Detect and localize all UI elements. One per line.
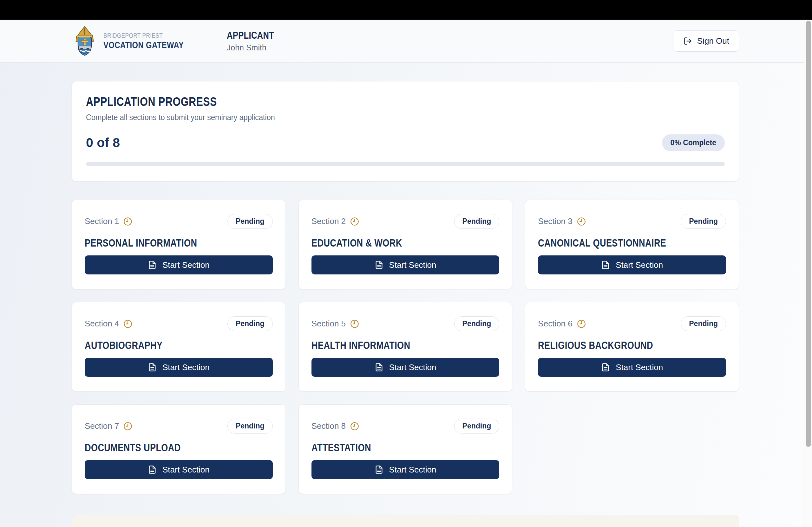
status-badge: Pending xyxy=(454,316,499,331)
start-section-button[interactable]: Start Section xyxy=(538,358,726,377)
start-section-button[interactable]: Start Section xyxy=(311,255,499,274)
user-name: John Smith xyxy=(227,43,285,52)
file-text-icon xyxy=(375,363,383,372)
percent-complete-badge: 0% Complete xyxy=(662,134,725,151)
status-badge: Pending xyxy=(681,316,726,331)
section-title: HEALTH INFORMATION xyxy=(311,340,499,351)
section-card-3: Section 3 Pending CANONICAL QUESTIONNAIR… xyxy=(525,200,739,289)
status-badge: Pending xyxy=(454,419,499,434)
logo-text-line2: VOCATION GATEWAY xyxy=(103,40,201,50)
section-title: ATTESTATION xyxy=(311,442,499,454)
file-text-icon xyxy=(148,465,157,474)
section-label: Section 2 xyxy=(311,216,346,226)
sections-grid: Section 1 Pending PERSONAL INFORMATION S… xyxy=(72,200,739,494)
progress-bar-track xyxy=(86,162,725,166)
logout-icon xyxy=(683,37,692,45)
progress-title: APPLICATION PROGRESS xyxy=(86,95,725,109)
clock-icon xyxy=(124,217,132,226)
progress-subtitle: Complete all sections to submit your sem… xyxy=(86,112,725,122)
file-text-icon xyxy=(601,260,610,269)
file-text-icon xyxy=(601,363,610,372)
section-title: RELIGIOUS BACKGROUND xyxy=(538,340,726,351)
ready-to-submit-card: READY TO SUBMIT? xyxy=(72,515,739,527)
start-section-button[interactable]: Start Section xyxy=(311,460,499,479)
role-label: APPLICANT xyxy=(227,30,285,41)
section-label: Section 7 xyxy=(85,421,119,431)
browser-black-bar xyxy=(0,0,812,20)
status-badge: Pending xyxy=(228,316,273,331)
section-label: Section 3 xyxy=(538,216,572,226)
app-header: BRIDGEPORT PRIEST VOCATION GATEWAY APPLI… xyxy=(0,20,804,63)
section-label: Section 8 xyxy=(311,421,346,431)
section-title: CANONICAL QUESTIONNAIRE xyxy=(538,237,726,249)
section-title: AUTOBIOGRAPHY xyxy=(85,340,273,351)
start-section-button[interactable]: Start Section xyxy=(85,358,273,377)
status-badge: Pending xyxy=(681,214,726,229)
section-card-2: Section 2 Pending EDUCATION & WORK Start… xyxy=(299,200,512,289)
section-card-7: Section 7 Pending DOCUMENTS UPLOAD Start… xyxy=(72,404,286,494)
status-badge: Pending xyxy=(228,419,273,434)
status-badge: Pending xyxy=(454,214,499,229)
sign-out-button[interactable]: Sign Out xyxy=(674,30,739,52)
clock-icon xyxy=(350,217,359,226)
clock-icon xyxy=(350,319,359,328)
file-text-icon xyxy=(148,260,157,269)
clock-icon xyxy=(577,319,586,328)
clock-icon xyxy=(124,422,132,431)
section-card-5: Section 5 Pending HEALTH INFORMATION Sta… xyxy=(299,302,512,392)
section-title: EDUCATION & WORK xyxy=(311,237,499,249)
status-badge: Pending xyxy=(228,214,273,229)
section-title: DOCUMENTS UPLOAD xyxy=(85,442,273,454)
main-content: APPLICATION PROGRESS Complete all sectio… xyxy=(72,63,739,527)
diocese-crest-logo xyxy=(72,26,98,56)
start-section-button[interactable]: Start Section xyxy=(85,255,273,274)
section-card-1: Section 1 Pending PERSONAL INFORMATION S… xyxy=(72,200,286,289)
file-text-icon xyxy=(375,260,383,269)
logo-text-line1: BRIDGEPORT PRIEST xyxy=(103,32,201,39)
start-section-button[interactable]: Start Section xyxy=(311,358,499,377)
scrollbar-thumb[interactable] xyxy=(806,21,811,447)
sign-out-label: Sign Out xyxy=(697,36,729,46)
section-label: Section 4 xyxy=(85,319,119,329)
section-card-6: Section 6 Pending RELIGIOUS BACKGROUND S… xyxy=(525,302,739,392)
logo: BRIDGEPORT PRIEST VOCATION GATEWAY xyxy=(72,26,201,56)
progress-count: 0 of 8 xyxy=(86,135,120,150)
scrollbar-track[interactable] xyxy=(804,20,812,527)
start-section-button[interactable]: Start Section xyxy=(538,255,726,274)
section-title: PERSONAL INFORMATION xyxy=(85,237,273,249)
start-section-button[interactable]: Start Section xyxy=(85,460,273,479)
section-label: Section 1 xyxy=(85,216,119,226)
clock-icon xyxy=(350,422,359,431)
clock-icon xyxy=(577,217,586,226)
section-card-4: Section 4 Pending AUTOBIOGRAPHY Start Se… xyxy=(72,302,286,392)
user-block: APPLICANT John Smith xyxy=(227,30,285,52)
application-progress-card: APPLICATION PROGRESS Complete all sectio… xyxy=(72,81,739,182)
section-label: Section 6 xyxy=(538,319,572,329)
file-text-icon xyxy=(375,465,383,474)
clock-icon xyxy=(124,319,132,328)
section-card-8: Section 8 Pending ATTESTATION Start Sect… xyxy=(299,404,512,494)
file-text-icon xyxy=(148,363,157,372)
section-label: Section 5 xyxy=(311,319,346,329)
